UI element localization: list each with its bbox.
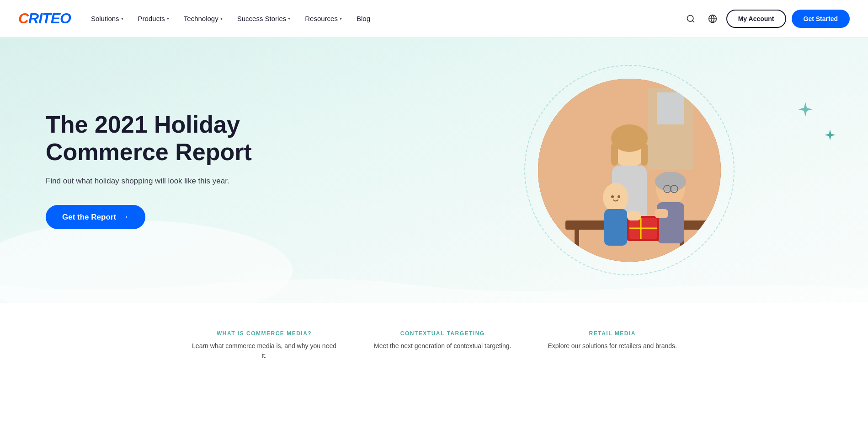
svg-rect-37 [655, 209, 668, 218]
svg-point-30 [603, 183, 628, 212]
nav-right: My Account Get Started [682, 10, 850, 28]
lower-card-label-2: RETAIL MEDIA [548, 330, 676, 337]
lower-card-desc-2: Explore our solutions for retailers and … [548, 341, 676, 351]
chevron-down-icon: ▾ [288, 16, 290, 21]
chevron-down-icon: ▾ [121, 16, 123, 21]
logo-c: C [18, 10, 28, 27]
hero-section: The 2021 Holiday Commerce Report Find ou… [0, 38, 868, 303]
get-report-label: Get the Report [62, 213, 116, 222]
svg-rect-25 [611, 143, 618, 166]
arrow-right-icon: → [121, 212, 129, 222]
my-account-button[interactable]: My Account [726, 10, 786, 28]
svg-rect-36 [627, 211, 641, 220]
hero-people-illustration [538, 79, 721, 262]
navbar: CRITEO Solutions ▾ Products ▾ Technology… [0, 0, 868, 38]
svg-rect-31 [604, 209, 627, 246]
svg-rect-26 [641, 143, 648, 166]
globe-icon[interactable] [704, 11, 721, 27]
lower-card-desc-0: Learn what commerce media is, and why yo… [191, 341, 337, 360]
chevron-down-icon: ▾ [220, 16, 223, 21]
hero-visual [391, 38, 868, 303]
get-started-button[interactable]: Get Started [792, 10, 850, 28]
lower-card-desc-1: Meet the next generation of contextual t… [374, 341, 511, 351]
nav-solutions[interactable]: Solutions ▾ [85, 11, 130, 26]
svg-point-39 [618, 195, 620, 198]
chevron-down-icon: ▾ [340, 16, 342, 21]
nav-resources[interactable]: Resources ▾ [298, 11, 348, 26]
nav-blog[interactable]: Blog [350, 11, 377, 26]
nav-products[interactable]: Products ▾ [132, 11, 176, 26]
svg-rect-20 [575, 230, 579, 262]
svg-point-38 [611, 195, 614, 198]
nav-links: Solutions ▾ Products ▾ Technology ▾ Succ… [85, 11, 682, 26]
nav-success-stories[interactable]: Success Stories ▾ [231, 11, 297, 26]
svg-line-1 [692, 20, 694, 22]
hero-content: The 2021 Holiday Commerce Report Find ou… [0, 75, 274, 266]
nav-technology[interactable]: Technology ▾ [177, 11, 229, 26]
hero-title: The 2021 Holiday Commerce Report [46, 111, 274, 166]
hero-image [538, 79, 721, 262]
svg-rect-18 [657, 92, 684, 124]
logo[interactable]: CRITEO [18, 10, 71, 27]
search-icon[interactable] [682, 11, 699, 27]
svg-rect-28 [657, 202, 684, 243]
lower-card-label-1: CONTEXTUAL TARGETING [374, 330, 511, 337]
logo-rest: RITEO [28, 10, 71, 27]
lower-card-label-0: WHAT IS COMMERCE MEDIA? [191, 330, 337, 337]
chevron-down-icon: ▾ [167, 16, 169, 21]
get-report-button[interactable]: Get the Report → [46, 205, 145, 229]
lower-section: WHAT IS COMMERCE MEDIA? Learn what comme… [0, 303, 868, 388]
lower-card-0: WHAT IS COMMERCE MEDIA? Learn what comme… [191, 330, 337, 360]
lower-card-1: CONTEXTUAL TARGETING Meet the next gener… [374, 330, 511, 360]
lower-card-2: RETAIL MEDIA Explore our solutions for r… [548, 330, 676, 360]
hero-subtitle: Find out what holiday shopping will look… [46, 175, 274, 187]
